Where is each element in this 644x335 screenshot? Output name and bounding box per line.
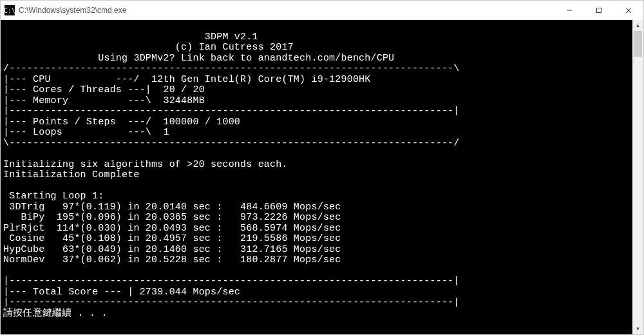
- cores-info-line: |--- Cores / Threads ---| 20 / 20: [3, 84, 205, 95]
- header-line: (c) Ian Cutress 2017: [3, 42, 294, 53]
- separator: \---------------------------------------…: [3, 138, 460, 149]
- result-row: HypCube 63*(0.049) in 20.1460 sec : 312.…: [3, 244, 341, 255]
- cpu-info-line: |--- CPU ---/ 12th Gen Intel(R) Core(TM)…: [3, 74, 371, 85]
- init-line: Initialization Complete: [3, 169, 140, 180]
- window-controls: [554, 1, 643, 20]
- separator: |---------------------------------------…: [3, 276, 460, 287]
- scroll-thumb[interactable]: [634, 31, 642, 57]
- result-row: PlrRjct 114*(0.030) in 20.0493 sec : 568…: [3, 223, 341, 234]
- console-output: 3DPM v2.1 (c) Ian Cutress 2017 Using 3DP…: [1, 20, 643, 334]
- cmd-window: C:\ C:\Windows\system32\cmd.exe 3DPM v2.…: [0, 0, 644, 335]
- points-info-line: |--- Points / Steps ---/ 100000 / 1000: [3, 117, 240, 128]
- close-button[interactable]: [614, 1, 643, 20]
- separator: /---------------------------------------…: [3, 63, 460, 74]
- scroll-track[interactable]: [632, 31, 643, 323]
- vertical-scrollbar[interactable]: ▲ ▼: [632, 20, 643, 334]
- separator: |---------------------------------------…: [3, 106, 460, 117]
- press-any-key-prompt: 請按任意鍵繼續 . . .: [3, 308, 108, 319]
- window-title: C:\Windows\system32\cmd.exe: [19, 6, 554, 15]
- separator: |---------------------------------------…: [3, 297, 460, 308]
- maximize-button[interactable]: [584, 1, 614, 20]
- loops-info-line: |--- Loops ---\ 1: [3, 127, 169, 138]
- total-score-line: |--- Total Score --- | 2739.044 Mops/sec: [3, 287, 240, 298]
- memory-info-line: |--- Memory ---\ 32448MB: [3, 95, 205, 106]
- header-line: 3DPM v2.1: [3, 32, 258, 43]
- result-row: BiPy 195*(0.096) in 20.0365 sec : 973.22…: [3, 212, 341, 223]
- minimize-button[interactable]: [554, 1, 584, 20]
- svg-rect-1: [597, 8, 601, 13]
- init-line: Initializing six algorithms of >20 secon…: [3, 159, 288, 170]
- result-row: NormDev 37*(0.062) in 20.5228 sec : 180.…: [3, 254, 341, 265]
- header-line: Using 3DPMv2? Link back to anandtech.com…: [3, 53, 394, 64]
- result-row: 3DTrig 97*(0.119) in 20.0140 sec : 484.6…: [3, 202, 341, 213]
- titlebar: C:\ C:\Windows\system32\cmd.exe: [1, 1, 643, 20]
- cmd-icon: C:\: [5, 5, 15, 15]
- loop-header: Starting Loop 1:: [3, 191, 104, 202]
- scroll-down-button[interactable]: ▼: [632, 323, 643, 334]
- result-row: Cosine 45*(0.108) in 20.4957 sec : 219.5…: [3, 233, 341, 244]
- scroll-up-button[interactable]: ▲: [632, 20, 643, 31]
